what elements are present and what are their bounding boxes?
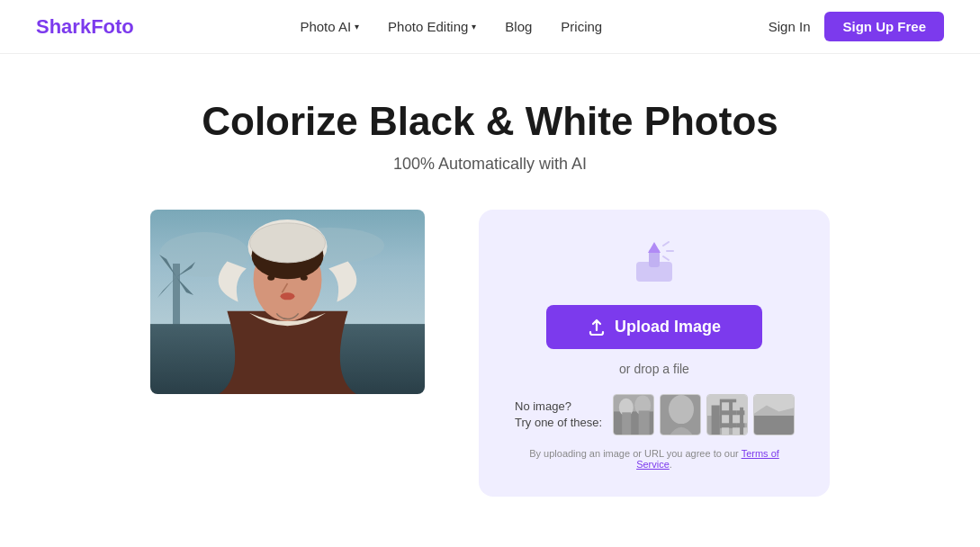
- sample-thumb-2[interactable]: [660, 394, 701, 435]
- nav-pricing[interactable]: Pricing: [561, 19, 602, 34]
- page-subtitle: 100% Automatically with AI: [36, 155, 944, 174]
- logo-black: Shark: [36, 15, 91, 38]
- upload-arrow-icon: [588, 318, 606, 336]
- svg-line-3: [663, 242, 669, 246]
- main-content: Colorize Black & White Photos 100% Autom…: [0, 54, 980, 533]
- chevron-down-icon: ▾: [472, 22, 476, 31]
- navbar: SharkFoto Photo AI ▾ Photo Editing ▾ Blo…: [0, 0, 980, 54]
- drop-file-label: or drop a file: [619, 362, 689, 376]
- chevron-down-icon: ▾: [355, 22, 359, 31]
- sample-thumb-4[interactable]: [753, 394, 795, 435]
- nav-photo-ai[interactable]: Photo AI ▾: [300, 19, 359, 34]
- sample-image: [150, 210, 425, 394]
- nav-blog[interactable]: Blog: [505, 19, 532, 34]
- svg-marker-2: [648, 242, 661, 253]
- terms-text: By uploading an image or URL you agree t…: [515, 448, 794, 470]
- page-title: Colorize Black & White Photos: [36, 99, 944, 144]
- sample-thumbs: [613, 394, 795, 435]
- upload-image-button[interactable]: Upload Image: [546, 305, 762, 349]
- image-upload-icon: [629, 237, 679, 287]
- sample-images-row: No image? Try one of these:: [515, 394, 794, 435]
- logo[interactable]: SharkFoto: [36, 15, 134, 39]
- sample-thumb-1[interactable]: [613, 394, 654, 435]
- content-area: Upload Image or drop a file No image? Tr…: [36, 210, 944, 497]
- upload-zone: Upload Image or drop a file No image? Tr…: [479, 210, 830, 497]
- nav-photo-editing[interactable]: Photo Editing ▾: [388, 19, 476, 34]
- sign-up-button[interactable]: Sign Up Free: [824, 12, 944, 41]
- sign-in-button[interactable]: Sign In: [769, 19, 811, 34]
- upload-icon-area: [629, 237, 679, 291]
- logo-purple: Foto: [91, 15, 134, 38]
- sample-thumb-3[interactable]: [706, 394, 748, 435]
- nav-actions: Sign In Sign Up Free: [769, 12, 944, 41]
- svg-line-5: [663, 256, 669, 260]
- no-image-label: No image? Try one of these:: [515, 399, 602, 431]
- nav-links: Photo AI ▾ Photo Editing ▾ Blog Pricing: [300, 19, 602, 34]
